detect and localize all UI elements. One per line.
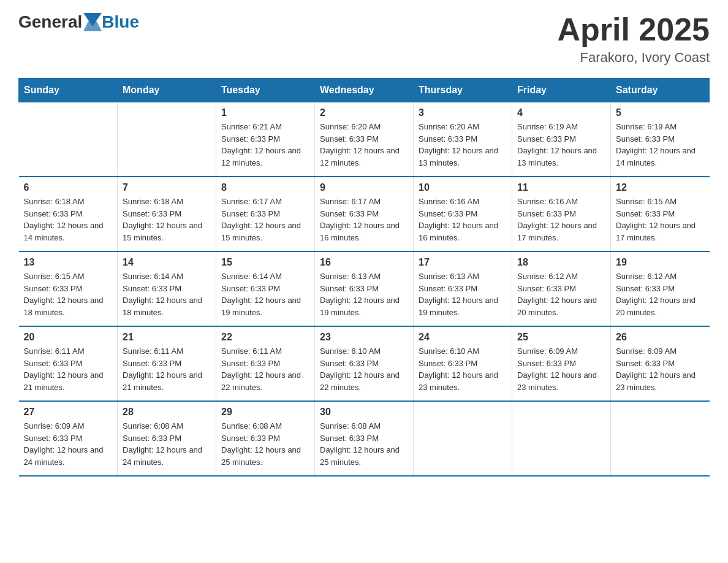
calendar-cell: 20Sunrise: 6:11 AMSunset: 6:33 PMDayligh…: [19, 326, 118, 401]
header-monday: Monday: [118, 79, 216, 102]
calendar-cell: 9Sunrise: 6:17 AMSunset: 6:33 PMDaylight…: [315, 177, 414, 251]
calendar-cell: 17Sunrise: 6:13 AMSunset: 6:33 PMDayligh…: [414, 251, 512, 326]
day-number: 5: [616, 107, 705, 118]
day-info: Sunrise: 6:20 AMSunset: 6:33 PMDaylight:…: [419, 121, 507, 169]
day-info: Sunrise: 6:11 AMSunset: 6:33 PMDaylight:…: [221, 345, 309, 393]
day-number: 13: [24, 257, 113, 268]
day-number: 29: [221, 407, 309, 418]
calendar-cell: [611, 401, 710, 476]
calendar-cell: [512, 401, 611, 476]
day-info: Sunrise: 6:09 AMSunset: 6:33 PMDaylight:…: [517, 345, 605, 393]
day-info: Sunrise: 6:08 AMSunset: 6:33 PMDaylight:…: [123, 420, 211, 468]
day-info: Sunrise: 6:18 AMSunset: 6:33 PMDaylight:…: [123, 196, 211, 243]
day-number: 2: [320, 107, 408, 118]
calendar-cell: 15Sunrise: 6:14 AMSunset: 6:33 PMDayligh…: [216, 251, 315, 326]
calendar-cell: 24Sunrise: 6:10 AMSunset: 6:33 PMDayligh…: [414, 326, 512, 401]
day-info: Sunrise: 6:14 AMSunset: 6:33 PMDaylight:…: [221, 270, 309, 318]
day-number: 25: [517, 332, 605, 343]
day-number: 3: [419, 107, 507, 118]
logo-icon: [83, 13, 102, 31]
logo-general: General: [18, 12, 82, 32]
calendar-cell: 19Sunrise: 6:12 AMSunset: 6:33 PMDayligh…: [611, 251, 710, 326]
day-info: Sunrise: 6:11 AMSunset: 6:33 PMDaylight:…: [123, 345, 211, 393]
calendar-cell: 22Sunrise: 6:11 AMSunset: 6:33 PMDayligh…: [216, 326, 315, 401]
page-header: General Blue April 2025 Farakoro, Ivory …: [18, 12, 710, 66]
calendar-cell: 12Sunrise: 6:15 AMSunset: 6:33 PMDayligh…: [611, 177, 710, 251]
day-info: Sunrise: 6:20 AMSunset: 6:33 PMDaylight:…: [320, 121, 408, 169]
header-friday: Friday: [512, 79, 611, 102]
calendar-cell: 10Sunrise: 6:16 AMSunset: 6:33 PMDayligh…: [414, 177, 512, 251]
day-info: Sunrise: 6:11 AMSunset: 6:33 PMDaylight:…: [24, 345, 113, 393]
calendar-cell: 4Sunrise: 6:19 AMSunset: 6:33 PMDaylight…: [512, 102, 611, 177]
day-number: 12: [616, 182, 705, 193]
calendar-week-1: 1Sunrise: 6:21 AMSunset: 6:33 PMDaylight…: [19, 102, 710, 177]
header-sunday: Sunday: [19, 79, 118, 102]
day-number: 4: [517, 107, 605, 118]
calendar-cell: 3Sunrise: 6:20 AMSunset: 6:33 PMDaylight…: [414, 102, 512, 177]
day-number: 1: [221, 107, 309, 118]
calendar-cell: 8Sunrise: 6:17 AMSunset: 6:33 PMDaylight…: [216, 177, 315, 251]
day-number: 23: [320, 332, 408, 343]
day-info: Sunrise: 6:21 AMSunset: 6:33 PMDaylight:…: [221, 121, 309, 169]
calendar-cell: [118, 102, 216, 177]
calendar-table: SundayMondayTuesdayWednesdayThursdayFrid…: [18, 78, 710, 477]
calendar-cell: 5Sunrise: 6:19 AMSunset: 6:33 PMDaylight…: [611, 102, 710, 177]
calendar-cell: 25Sunrise: 6:09 AMSunset: 6:33 PMDayligh…: [512, 326, 611, 401]
day-info: Sunrise: 6:13 AMSunset: 6:33 PMDaylight:…: [320, 270, 408, 318]
day-number: 24: [419, 332, 507, 343]
calendar-week-5: 27Sunrise: 6:09 AMSunset: 6:33 PMDayligh…: [19, 401, 710, 476]
calendar-cell: 14Sunrise: 6:14 AMSunset: 6:33 PMDayligh…: [118, 251, 216, 326]
day-number: 18: [517, 257, 605, 268]
day-info: Sunrise: 6:10 AMSunset: 6:33 PMDaylight:…: [419, 345, 507, 393]
calendar-cell: 30Sunrise: 6:08 AMSunset: 6:33 PMDayligh…: [315, 401, 414, 476]
calendar-cell: 13Sunrise: 6:15 AMSunset: 6:33 PMDayligh…: [19, 251, 118, 326]
day-info: Sunrise: 6:17 AMSunset: 6:33 PMDaylight:…: [221, 196, 309, 243]
day-number: 19: [616, 257, 705, 268]
calendar-subtitle: Farakoro, Ivory Coast: [557, 50, 710, 66]
day-number: 9: [320, 182, 408, 193]
calendar-header-row: SundayMondayTuesdayWednesdayThursdayFrid…: [19, 79, 710, 102]
day-number: 22: [221, 332, 309, 343]
day-info: Sunrise: 6:14 AMSunset: 6:33 PMDaylight:…: [123, 270, 211, 318]
calendar-week-2: 6Sunrise: 6:18 AMSunset: 6:33 PMDaylight…: [19, 177, 710, 251]
header-tuesday: Tuesday: [216, 79, 315, 102]
day-info: Sunrise: 6:12 AMSunset: 6:33 PMDaylight:…: [517, 270, 605, 318]
day-info: Sunrise: 6:16 AMSunset: 6:33 PMDaylight:…: [419, 196, 507, 243]
day-info: Sunrise: 6:18 AMSunset: 6:33 PMDaylight:…: [24, 196, 113, 243]
calendar-cell: 6Sunrise: 6:18 AMSunset: 6:33 PMDaylight…: [19, 177, 118, 251]
calendar-cell: 2Sunrise: 6:20 AMSunset: 6:33 PMDaylight…: [315, 102, 414, 177]
day-number: 8: [221, 182, 309, 193]
calendar-cell: 21Sunrise: 6:11 AMSunset: 6:33 PMDayligh…: [118, 326, 216, 401]
day-info: Sunrise: 6:19 AMSunset: 6:33 PMDaylight:…: [517, 121, 605, 169]
logo: General Blue: [18, 12, 139, 32]
header-saturday: Saturday: [611, 79, 710, 102]
day-info: Sunrise: 6:08 AMSunset: 6:33 PMDaylight:…: [320, 420, 408, 468]
calendar-cell: 29Sunrise: 6:08 AMSunset: 6:33 PMDayligh…: [216, 401, 315, 476]
calendar-cell: 28Sunrise: 6:08 AMSunset: 6:33 PMDayligh…: [118, 401, 216, 476]
day-number: 28: [123, 407, 211, 418]
day-number: 11: [517, 182, 605, 193]
calendar-cell: 16Sunrise: 6:13 AMSunset: 6:33 PMDayligh…: [315, 251, 414, 326]
calendar-cell: [414, 401, 512, 476]
calendar-cell: 1Sunrise: 6:21 AMSunset: 6:33 PMDaylight…: [216, 102, 315, 177]
day-number: 30: [320, 407, 408, 418]
header-thursday: Thursday: [414, 79, 512, 102]
calendar-cell: [19, 102, 118, 177]
calendar-week-4: 20Sunrise: 6:11 AMSunset: 6:33 PMDayligh…: [19, 326, 710, 401]
day-info: Sunrise: 6:12 AMSunset: 6:33 PMDaylight:…: [616, 270, 705, 318]
logo-blue: Blue: [102, 12, 139, 32]
calendar-cell: 11Sunrise: 6:16 AMSunset: 6:33 PMDayligh…: [512, 177, 611, 251]
day-info: Sunrise: 6:19 AMSunset: 6:33 PMDaylight:…: [616, 121, 705, 169]
header-wednesday: Wednesday: [315, 79, 414, 102]
day-info: Sunrise: 6:08 AMSunset: 6:33 PMDaylight:…: [221, 420, 309, 468]
calendar-cell: 7Sunrise: 6:18 AMSunset: 6:33 PMDaylight…: [118, 177, 216, 251]
day-number: 17: [419, 257, 507, 268]
day-number: 15: [221, 257, 309, 268]
day-number: 6: [24, 182, 113, 193]
day-number: 21: [123, 332, 211, 343]
calendar-cell: 18Sunrise: 6:12 AMSunset: 6:33 PMDayligh…: [512, 251, 611, 326]
calendar-cell: 27Sunrise: 6:09 AMSunset: 6:33 PMDayligh…: [19, 401, 118, 476]
day-number: 10: [419, 182, 507, 193]
day-number: 27: [24, 407, 113, 418]
day-number: 20: [24, 332, 113, 343]
